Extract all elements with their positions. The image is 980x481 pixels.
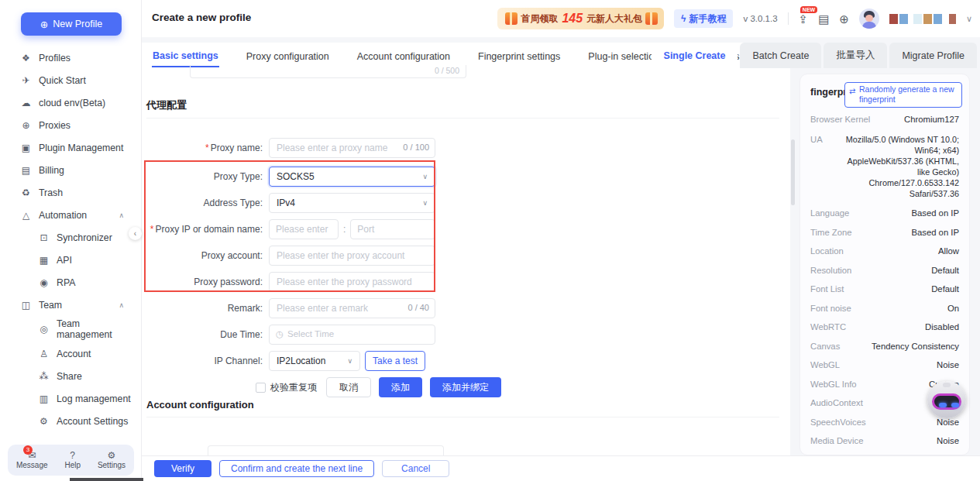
chevron-down-icon[interactable]: ∨ [966, 14, 972, 24]
proxy-type-select[interactable]: SOCKS5 ∨ [269, 167, 435, 187]
sidebar-item-quick-start[interactable]: ✈ Quick Start [0, 69, 141, 91]
fp-label: WebGL [810, 360, 840, 369]
tab-batch-import[interactable]: 批量导入 [824, 43, 887, 68]
tab-batch-create[interactable]: Batch Create [740, 43, 821, 68]
fp-value: On [947, 304, 959, 313]
tab-account-configuration[interactable]: Account configuration [356, 45, 451, 67]
sidebar-nav: ❖ Profiles ✈ Quick Start ☁ cloud env(Bet… [0, 46, 141, 432]
proxy-port-input[interactable] [350, 219, 435, 239]
proxy-ip-input[interactable] [269, 219, 339, 239]
promo-suffix: 元新人大礼包 [586, 12, 642, 26]
fp-row-speechvoices: SpeechVoices Noise [810, 417, 959, 427]
take-a-test-button[interactable]: Take a test [365, 351, 425, 371]
next-field-partial[interactable] [208, 445, 444, 455]
sidebar-item-proxies[interactable]: ⊕ Proxies [0, 114, 141, 136]
sidebar-item-label: Profiles [39, 53, 70, 64]
due-time-input[interactable] [269, 325, 435, 345]
help-label: Help [64, 461, 81, 469]
char-counter: 0 / 500 [435, 66, 459, 75]
selected-value: SOCKS5 [277, 171, 422, 182]
promo-banner[interactable]: 首周领取 145 元新人大礼包 [497, 8, 664, 29]
sidebar-item-account-settings[interactable]: ⚙ Account Settings [0, 410, 141, 432]
collapse-chevron-icon: ‹ [134, 229, 136, 238]
sidebar-item-billing[interactable]: ▤ Billing [0, 159, 141, 181]
address-type-select[interactable]: IPv4 ∨ [269, 193, 435, 213]
globe-icon[interactable]: ⊕ [839, 13, 849, 25]
proxy-actions-row: 校验重复项 取消 添加 添加并绑定 [256, 377, 501, 397]
sidebar-item-synchronizer[interactable]: ⊡ Synchronizer [0, 226, 141, 249]
ip-channel-select[interactable]: IP2Location ∨ [269, 351, 360, 371]
top-header: Create a new profile 首周领取 145 元新人大礼包 ϟ 新… [142, 0, 980, 37]
sidebar-item-api[interactable]: ▦ API [0, 249, 141, 271]
tab-single-create[interactable]: Single Create [652, 43, 738, 68]
field-label: Proxy Type: [214, 171, 263, 182]
person-gear-icon: ⚙ [38, 416, 50, 427]
vertical-scrollbar-thumb[interactable] [791, 139, 795, 205]
team-management-icon: ◎ [38, 324, 50, 335]
robot-visor [932, 393, 961, 410]
sidebar-item-automation[interactable]: △ Automation ∧ [0, 204, 141, 226]
fp-row-location: Location Allow [810, 246, 959, 256]
verify-button[interactable]: Verify [154, 460, 211, 477]
fp-value: Noise [937, 360, 959, 369]
tab-proxy-configuration[interactable]: Proxy configuration [246, 45, 330, 67]
help-icon: ? [70, 451, 75, 460]
proxy-password-input[interactable] [269, 272, 435, 292]
fp-value: Allow [938, 246, 959, 256]
page-title: Create a new profile [152, 12, 251, 23]
help-button[interactable]: ? Help [64, 451, 81, 469]
share-icon: ⁂ [38, 371, 50, 382]
form-row-ip-channel: IP Channel: IP2Location ∨ Take a test [146, 351, 425, 371]
tab-migrate-profile[interactable]: Migrate Profile [889, 43, 977, 68]
settings-button[interactable]: ⚙ Settings [98, 451, 126, 469]
tab-plugin-selection[interactable]: Plug-in selection [587, 45, 660, 67]
sidebar-collapse-button[interactable]: ‹ [129, 227, 142, 240]
field-label: Proxy IP or domain name: [155, 224, 263, 235]
sidebar-item-account[interactable]: ♙ Account [0, 342, 141, 365]
sidebar-item-team[interactable]: ◫ Team ∧ [0, 294, 141, 316]
message-button[interactable]: 3 ✉ Message [16, 451, 48, 469]
cloud-icon: ☁ [20, 98, 32, 108]
sidebar-item-rpa[interactable]: ◉ RPA [0, 271, 141, 294]
randomly-generate-fingerprint-button[interactable]: ⇄ Randomly generate a new fingerprint [844, 82, 962, 108]
sidebar-bottom-bar: 3 ✉ Message ? Help ⚙ Settings [8, 445, 134, 476]
sidebar-item-share[interactable]: ⁂ Share [0, 365, 141, 387]
proxy-account-input[interactable] [269, 246, 435, 266]
rpa-robot-assistant-button[interactable] [927, 381, 966, 418]
profiles-icon: ❖ [20, 53, 32, 64]
person-icon: ♙ [38, 349, 50, 359]
section-heading-account: Account configuration [146, 399, 254, 411]
sidebar-item-label: RPA [57, 277, 75, 288]
robot-cap [943, 383, 951, 387]
tutorial-button[interactable]: ϟ 新手教程 [674, 9, 733, 28]
avatar[interactable] [859, 9, 879, 29]
cancel-button[interactable]: Cancel [382, 460, 449, 477]
sidebar-item-label: Proxies [39, 120, 70, 131]
sidebar-item-label: Log management [57, 393, 131, 404]
fp-value: Default [931, 266, 959, 275]
notes-textarea-partial[interactable]: 0 / 500 [190, 65, 466, 78]
sidebar-item-label: cloud env(Beta) [39, 98, 105, 108]
sidebar-item-plugin-management[interactable]: ▣ Plugin Management [0, 136, 141, 159]
sidebar-item-trash[interactable]: ♻ Trash [0, 181, 141, 204]
required-asterisk: * [205, 143, 209, 153]
robot-eye [939, 403, 947, 407]
fp-label: Font noise [810, 304, 851, 313]
sidebar-item-cloud-env[interactable]: ☁ cloud env(Beta) [0, 91, 141, 114]
new-profile-button[interactable]: ⊕ New Profile [21, 12, 122, 36]
sidebar-item-profiles[interactable]: ❖ Profiles [0, 46, 141, 69]
required-asterisk: * [150, 224, 154, 235]
verify-duplicates-checkbox[interactable] [256, 383, 266, 393]
add-button[interactable]: 添加 [379, 377, 422, 397]
tab-fingerprint-settings[interactable]: Fingerprint settings [477, 45, 561, 67]
fingerprint-rows: Browser Kernel Chromium127 UA Mozilla/5.… [810, 115, 959, 481]
sidebar-item-log-management[interactable]: ▥ Log management [0, 387, 141, 410]
cloud-download-icon[interactable]: ⇪ NEW [799, 13, 809, 25]
tab-basic-settings[interactable]: Basic settings [152, 44, 219, 67]
confirm-and-create-next-button[interactable]: Confirm and create the next line [219, 460, 374, 477]
sidebar-item-team-management[interactable]: ◎ Team management [0, 316, 141, 342]
add-and-bind-button[interactable]: 添加并绑定 [430, 377, 501, 397]
document-icon[interactable]: ▤ [818, 13, 829, 25]
cancel-add-button[interactable]: 取消 [326, 377, 371, 397]
sidebar-item-label: Billing [39, 165, 64, 176]
